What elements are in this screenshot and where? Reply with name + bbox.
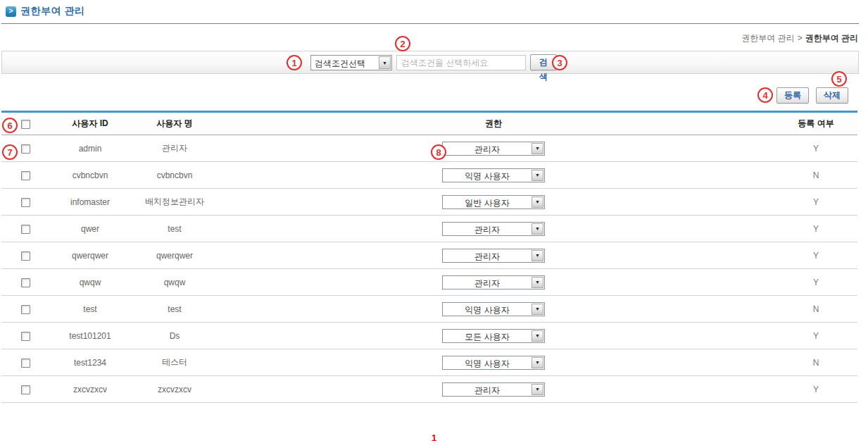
chevron-down-icon[interactable]: ▼ [532, 250, 543, 261]
chevron-down-icon[interactable]: ▼ [532, 197, 543, 208]
permission-select[interactable]: 관리자 ▼ [442, 249, 545, 263]
user-id-cell: qwer [44, 216, 137, 242]
table-row: test101201 Ds 모든 사용자 ▼ Y [1, 323, 857, 349]
breadcrumb: 권한부여 관리>권한부여 관리 [741, 32, 858, 44]
user-name-cell: zxcvzxcv [137, 376, 213, 403]
row-checkbox[interactable] [21, 225, 30, 234]
annotation-circle-1: 1 [287, 55, 302, 70]
chevron-down-icon[interactable]: ▼ [532, 357, 543, 368]
annotation-circle-4: 4 [757, 87, 773, 103]
registered-cell: Y [774, 376, 857, 403]
delete-button[interactable]: 삭제 [816, 87, 848, 104]
table-header-row: 사용자 ID 사용자 명 권한 등록 여부 [1, 112, 857, 135]
user-name-cell: Ds [137, 323, 213, 349]
permission-select[interactable]: 익명 사용자 ▼ [442, 168, 545, 182]
permission-select[interactable]: 모든 사용자 ▼ [442, 329, 545, 343]
annotation-circle-2: 2 [395, 36, 410, 51]
permission-grant-page: > 권한부여 관리 권한부여 관리>권한부여 관리 검색조건선택 ▼ 검색 등록… [0, 0, 868, 448]
table-body: admin 관리자 관리자 ▼ Y cvbncbvn cvbncbvn 익명 사… [1, 135, 857, 403]
table-row: qwer test 관리자 ▼ Y [1, 216, 857, 242]
chevron-down-icon[interactable]: ▼ [532, 304, 543, 315]
registered-cell: Y [774, 242, 857, 269]
chevron-down-icon[interactable]: ▼ [532, 170, 543, 181]
permission-select[interactable]: 익명 사용자 ▼ [442, 356, 545, 370]
chevron-down-icon[interactable]: ▼ [532, 143, 543, 154]
column-header-user-id: 사용자 ID [44, 112, 137, 135]
user-name-cell: cvbncbvn [137, 162, 213, 189]
registered-cell: Y [774, 323, 857, 349]
registered-cell: N [774, 296, 857, 323]
user-name-cell: test [137, 296, 213, 323]
register-button[interactable]: 등록 [776, 87, 809, 104]
annotation-circle-8: 8 [431, 144, 446, 160]
permission-select[interactable]: 익명 사용자 ▼ [442, 302, 545, 316]
user-name-cell: qwqw [137, 269, 213, 296]
annotation-circle-5: 5 [831, 71, 847, 87]
user-id-cell: qwerqwer [44, 242, 137, 269]
user-id-cell: test [44, 296, 137, 323]
search-panel: 검색조건선택 ▼ 검색 [1, 51, 859, 74]
permissions-table: 사용자 ID 사용자 명 권한 등록 여부 admin 관리자 관리자 ▼ Y [1, 111, 857, 403]
table-row: qwerqwer qwerqwer 관리자 ▼ Y [1, 242, 857, 269]
table-row: test1234 테스터 익명 사용자 ▼ N [1, 349, 857, 376]
chevron-down-icon[interactable]: ▼ [379, 56, 391, 69]
breadcrumb-current: 권한부여 관리 [805, 33, 858, 43]
arrow-right-icon: > [6, 6, 16, 17]
table-row: cvbncbvn cvbncbvn 익명 사용자 ▼ N [1, 162, 857, 189]
chevron-down-icon[interactable]: ▼ [532, 223, 543, 235]
user-name-cell: 관리자 [137, 135, 213, 162]
title-divider [1, 23, 859, 24]
annotation-circle-6: 6 [2, 118, 18, 133]
registered-cell: Y [774, 189, 857, 216]
search-condition-selected-value: 검색조건선택 [311, 56, 378, 70]
annotation-circle-3: 3 [552, 55, 567, 70]
table-row: zxcvzxcv zxcvzxcv 관리자 ▼ Y [1, 376, 857, 403]
chevron-down-icon[interactable]: ▼ [532, 277, 543, 288]
user-name-cell: 테스터 [137, 349, 213, 376]
user-id-cell: test101201 [44, 323, 137, 349]
row-checkbox[interactable] [21, 251, 30, 261]
user-id-cell: test1234 [44, 349, 137, 376]
permission-select[interactable]: 관리자 ▼ [442, 142, 545, 156]
annotation-circle-7: 7 [2, 144, 18, 160]
user-name-cell: 배치정보관리자 [137, 189, 213, 216]
user-id-cell: qwqw [44, 269, 137, 296]
row-checkbox[interactable] [21, 278, 30, 287]
breadcrumb-parent: 권한부여 관리 [741, 33, 794, 43]
current-page-number[interactable]: 1 [432, 433, 436, 443]
registered-cell: Y [774, 269, 857, 296]
permission-select[interactable]: 관리자 ▼ [442, 275, 545, 290]
permission-select[interactable]: 관리자 ▼ [442, 382, 545, 397]
registered-cell: Y [774, 216, 857, 242]
row-checkbox[interactable] [21, 171, 30, 180]
chevron-down-icon[interactable]: ▼ [532, 330, 543, 342]
row-checkbox[interactable] [21, 144, 30, 154]
table-row: infomaster 배치정보관리자 일반 사용자 ▼ Y [1, 189, 857, 216]
row-checkbox[interactable] [21, 332, 30, 341]
column-header-permission: 권한 [213, 112, 774, 135]
permission-select[interactable]: 관리자 ▼ [442, 222, 545, 236]
row-checkbox[interactable] [21, 359, 30, 368]
row-checkbox[interactable] [21, 198, 30, 207]
toolbar: 등록 삭제 [776, 87, 848, 104]
table-row: qwqw qwqw 관리자 ▼ Y [1, 269, 857, 296]
search-keyword-input[interactable] [396, 55, 526, 70]
table-row: admin 관리자 관리자 ▼ Y [1, 135, 857, 162]
permission-select[interactable]: 일반 사용자 ▼ [442, 195, 545, 209]
user-id-cell: admin [44, 135, 137, 162]
page-title: 권한부여 관리 [20, 5, 84, 18]
table-row: test test 익명 사용자 ▼ N [1, 296, 857, 323]
breadcrumb-separator: > [798, 33, 803, 43]
search-condition-select[interactable]: 검색조건선택 ▼ [310, 55, 392, 70]
pagination: 1 [0, 431, 868, 444]
chevron-down-icon[interactable]: ▼ [532, 384, 543, 395]
select-all-checkbox[interactable] [21, 120, 30, 129]
row-checkbox[interactable] [21, 305, 30, 314]
registered-cell: N [774, 349, 857, 376]
row-checkbox[interactable] [21, 385, 30, 394]
user-id-cell: cvbncbvn [44, 162, 137, 189]
registered-cell: N [774, 162, 857, 189]
user-name-cell: test [137, 216, 213, 242]
registered-cell: Y [774, 135, 857, 162]
column-header-user-name: 사용자 명 [137, 112, 213, 135]
